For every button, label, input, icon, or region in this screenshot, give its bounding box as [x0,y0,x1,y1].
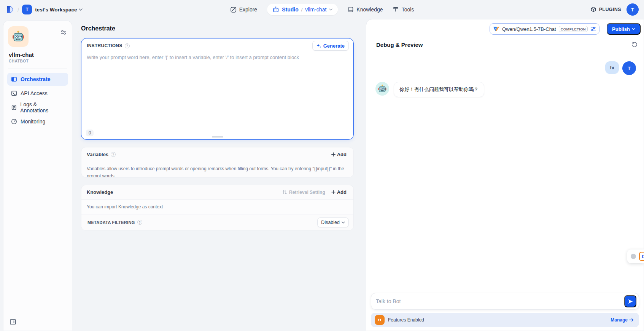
variables-title: Variables [87,152,108,157]
metadata-filtering-select[interactable]: Disabled [317,217,349,227]
variables-card: Variables ? Add Variables allow users to… [81,147,354,177]
workspace-area: / T test's Workspace [5,5,83,14]
instructions-header: INSTRUCTIONS ? Generate [81,38,353,53]
metadata-filtering-row: METADATA FILTERING ? Disabled [81,214,353,230]
page-title: Orchestrate [81,25,354,32]
app-sidebar: vllm-chat CHATBOT Orchestrate API Access… [3,21,72,331]
help-icon[interactable]: ? [125,43,130,48]
robot-icon [272,6,279,13]
publish-button[interactable]: Publish [607,23,641,35]
chat-area: hi T 你好！有什么问题我可以帮助你吗？ [366,53,644,293]
debug-header: Debug & Preview [366,36,644,53]
document-icon [11,104,17,110]
instructions-title: INSTRUCTIONS [87,43,122,48]
sidebar-item-monitoring[interactable]: Monitoring [7,115,68,128]
knowledge-description: You can import Knowledge as context [81,199,353,214]
model-name: Qwen/Qwen1.5-7B-Chat [502,26,556,32]
workspace-avatar[interactable]: T [22,5,32,14]
workspace-selector[interactable]: test's Workspace [35,7,83,13]
debug-title: Debug & Preview [376,42,423,48]
variables-header: Variables ? Add [81,147,353,162]
sidebar-item-logs-annotations[interactable]: Logs & Annotations [7,101,68,114]
send-button[interactable] [624,295,636,307]
bot-chat-avatar [375,82,389,96]
variables-description: Variables allow users to introduce promp… [81,162,353,177]
sidebar-item-label: Logs & Annotations [20,101,64,114]
terminal-icon [11,90,17,96]
retrieval-setting-button[interactable]: Retrieval Setting [282,190,329,195]
help-icon[interactable]: ? [137,220,142,225]
sidebar-item-api-access[interactable]: API Access [7,87,68,100]
retrieval-setting-icon [282,190,287,195]
extension-icon[interactable]: D [639,252,644,261]
features-icon [375,315,385,325]
sidebar-item-orchestrate[interactable]: Orchestrate [7,73,68,86]
chevron-down-icon [342,221,345,224]
chat-input-container [371,293,639,310]
nav-tools[interactable]: Tools [393,6,414,13]
generate-button[interactable]: Generate [312,41,349,51]
instructions-textarea[interactable] [87,54,348,125]
nav-knowledge[interactable]: Knowledge [348,6,383,13]
knowledge-title: Knowledge [87,189,113,195]
app-name: vllm-chat [9,51,67,58]
vllm-logo-icon [493,26,499,32]
user-avatar[interactable]: T [627,3,639,16]
chevron-down-icon [79,8,83,11]
plus-icon [331,152,336,157]
collapse-sidebar-icon[interactable] [8,317,18,327]
book-icon [348,6,354,13]
add-variable-button[interactable]: Add [329,150,349,159]
knowledge-header: Knowledge Retrieval Setting Add [81,185,353,199]
bot-message-bubble: 你好！有什么问题我可以帮助你吗？ [394,82,484,97]
plugins-button[interactable]: PLUGINS [590,6,621,13]
model-selector[interactable]: Qwen/Qwen1.5-7B-Chat COMPLETION [490,23,599,35]
plus-icon [331,190,336,194]
user-chat-avatar: T [622,61,636,75]
chevron-down-icon[interactable] [329,8,332,11]
char-count: 0 [86,130,94,136]
nav-explore[interactable]: Explore [230,6,257,13]
manage-features-link[interactable]: Manage [611,317,634,323]
chat-message-assistant: 你好！有什么问题我可以帮助你吗？ [375,82,636,97]
main-navigation: Explore Studio / vllm-chat Knowledge Too… [230,4,414,15]
debug-preview-panel: Qwen/Qwen1.5-7B-Chat COMPLETION Publish … [366,19,644,331]
arrow-right-icon [629,318,634,322]
floating-extension-widget[interactable]: D [627,249,644,263]
app-settings-icon[interactable] [60,29,67,35]
robot-emoji-icon [12,30,25,43]
breadcrumb-separator: / [17,6,19,13]
orchestrate-icon [11,76,17,82]
explore-icon [230,6,237,13]
add-knowledge-button[interactable]: Add [329,188,349,197]
sidebar-item-label: API Access [21,90,48,96]
send-icon [628,299,633,304]
sidebar-item-label: Orchestrate [21,76,51,82]
instructions-editor [81,53,353,126]
robot-emoji-icon [378,84,387,93]
gauge-icon [11,118,17,125]
chat-message-user: hi T [375,61,636,75]
debug-controls: Qwen/Qwen1.5-7B-Chat COMPLETION Publish [366,19,644,36]
help-icon[interactable]: ? [111,152,116,157]
sparkles-icon [316,43,321,48]
nav-current-app: vllm-chat [305,6,326,13]
resize-handle[interactable] [212,136,223,138]
features-label: Features Enabled [388,317,424,323]
app-icon[interactable] [8,26,29,47]
knowledge-card: Knowledge Retrieval Setting Add You can … [81,185,354,230]
dify-logo[interactable] [5,5,14,14]
chat-input[interactable] [376,298,624,304]
instructions-card: INSTRUCTIONS ? Generate 0 [81,38,354,140]
user-message-bubble: hi [605,61,619,74]
divider [8,69,67,69]
chevron-down-icon [632,28,635,30]
metadata-filtering-title: METADATA FILTERING [87,220,135,225]
orchestrate-panel: Orchestrate INSTRUCTIONS ? Generate 0 Va… [72,19,366,331]
model-config-sliders-icon[interactable] [590,26,596,32]
app-type-badge: CHATBOT [9,59,67,63]
restart-conversation-icon[interactable] [630,40,639,49]
nav-studio-pill[interactable]: Studio / vllm-chat [267,4,338,15]
nav-studio-label: Studio [282,6,299,13]
hammer-icon [393,6,399,13]
